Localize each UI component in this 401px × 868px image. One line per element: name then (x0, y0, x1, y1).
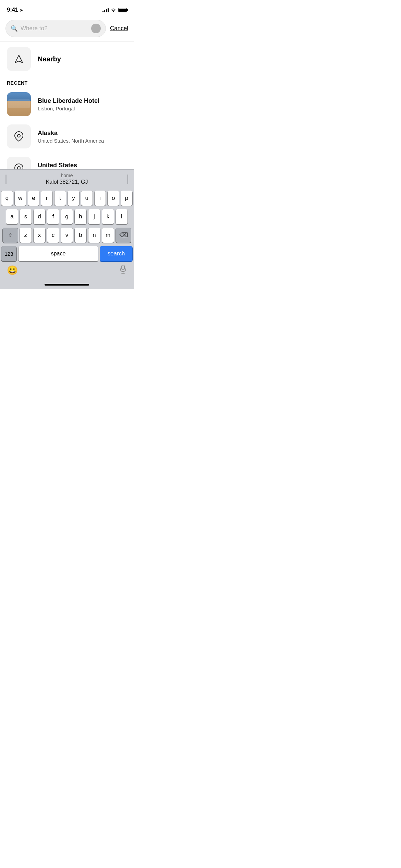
svg-point-0 (113, 11, 114, 12)
key-q[interactable]: q (1, 191, 13, 206)
home-bar (45, 284, 89, 286)
list-subtitle: Lisbon, Portugal (38, 106, 99, 111)
key-y[interactable]: y (68, 191, 79, 206)
microphone-icon[interactable] (119, 265, 127, 276)
nearby-label: Nearby (38, 55, 61, 63)
key-h[interactable]: h (75, 209, 86, 224)
space-key[interactable]: space (19, 246, 98, 261)
keyboard-rows: q w e r t y u i o p a s d f g h j k l ⇧ … (0, 189, 134, 263)
key-g[interactable]: g (61, 209, 73, 224)
key-z[interactable]: z (20, 228, 32, 243)
key-x[interactable]: x (34, 228, 45, 243)
status-bar: 9:41 ➤ (0, 0, 134, 17)
predictive-bar: home Kalol 382721, GJ (0, 169, 134, 189)
key-o[interactable]: o (108, 191, 119, 206)
hotel-thumbnail (7, 92, 31, 116)
recent-section-title: RECENT (7, 80, 28, 86)
key-a[interactable]: a (6, 209, 18, 224)
signal-icon (102, 8, 109, 12)
key-e[interactable]: e (28, 191, 39, 206)
pin-icon (14, 131, 24, 142)
key-j[interactable]: j (88, 209, 100, 224)
key-b[interactable]: b (75, 228, 86, 243)
content: Nearby RECENT Blue Liberdade Hotel Lisbo… (0, 41, 134, 185)
location-arrow-icon: ➤ (20, 8, 23, 13)
list-subtitle: United States, North America (38, 138, 104, 144)
key-i[interactable]: i (95, 191, 106, 206)
list-text: Alaska United States, North America (38, 130, 104, 144)
status-icons (102, 8, 127, 12)
emoji-icon[interactable]: 😀 (7, 265, 18, 276)
recent-section-header: RECENT (0, 76, 134, 88)
key-row-4: 123 space search (1, 246, 132, 261)
key-c[interactable]: c (47, 228, 59, 243)
key-d[interactable]: d (34, 209, 45, 224)
search-glass-icon: 🔍 (11, 25, 18, 32)
predictive-text[interactable]: home Kalol 382721, GJ (7, 172, 127, 186)
list-text: Blue Liberdade Hotel Lisbon, Portugal (38, 97, 99, 111)
key-s[interactable]: s (20, 209, 32, 224)
svg-point-2 (17, 134, 20, 137)
numbers-key[interactable]: 123 (1, 246, 16, 261)
navigation-arrow-icon (14, 54, 24, 64)
nearby-item[interactable]: Nearby (0, 41, 134, 76)
key-p[interactable]: p (121, 191, 132, 206)
predictive-line2: Kalol 382721, GJ (7, 179, 127, 186)
key-n[interactable]: n (88, 228, 100, 243)
wifi-icon (111, 8, 116, 12)
battery-icon (118, 8, 127, 12)
key-w[interactable]: w (15, 191, 26, 206)
key-k[interactable]: k (102, 209, 114, 224)
key-f[interactable]: f (47, 209, 59, 224)
list-title: Blue Liberdade Hotel (38, 97, 99, 105)
keyboard: home Kalol 382721, GJ q w e r t y u i o … (0, 169, 134, 289)
search-key[interactable]: search (100, 246, 132, 261)
svg-point-3 (17, 167, 20, 169)
list-title: United States (38, 162, 77, 169)
list-title: Alaska (38, 130, 104, 137)
key-u[interactable]: u (81, 191, 93, 206)
key-row-3: ⇧ z x c v b n m ⌫ (1, 228, 132, 243)
svg-rect-4 (122, 265, 124, 270)
key-row-1: q w e r t y u i o p (1, 191, 132, 206)
key-row-2: a s d f g h j k l (1, 209, 132, 224)
key-t[interactable]: t (54, 191, 66, 206)
search-input-wrap[interactable]: 🔍 Where to? (5, 20, 106, 37)
list-item[interactable]: Alaska United States, North America (0, 120, 134, 153)
backspace-key[interactable]: ⌫ (116, 228, 131, 243)
key-v[interactable]: v (61, 228, 73, 243)
key-m[interactable]: m (102, 228, 114, 243)
mic-dot (91, 24, 101, 33)
home-indicator (0, 280, 134, 289)
predictive-divider-right (127, 174, 128, 184)
key-l[interactable]: l (116, 209, 127, 224)
predictive-line1: home (7, 172, 127, 179)
list-item[interactable]: Blue Liberdade Hotel Lisbon, Portugal (0, 88, 134, 120)
search-bar-row: 🔍 Where to? Cancel (0, 17, 134, 41)
cancel-button[interactable]: Cancel (110, 25, 128, 32)
keyboard-bottom-bar: 😀 (0, 263, 134, 280)
nearby-icon-box (7, 47, 31, 71)
status-time: 9:41 (7, 7, 18, 13)
alaska-thumb (7, 124, 31, 148)
search-placeholder: Where to? (21, 25, 88, 32)
key-r[interactable]: r (41, 191, 52, 206)
shift-key[interactable]: ⇧ (3, 228, 18, 243)
backspace-icon: ⌫ (119, 231, 128, 239)
svg-marker-1 (15, 55, 23, 63)
